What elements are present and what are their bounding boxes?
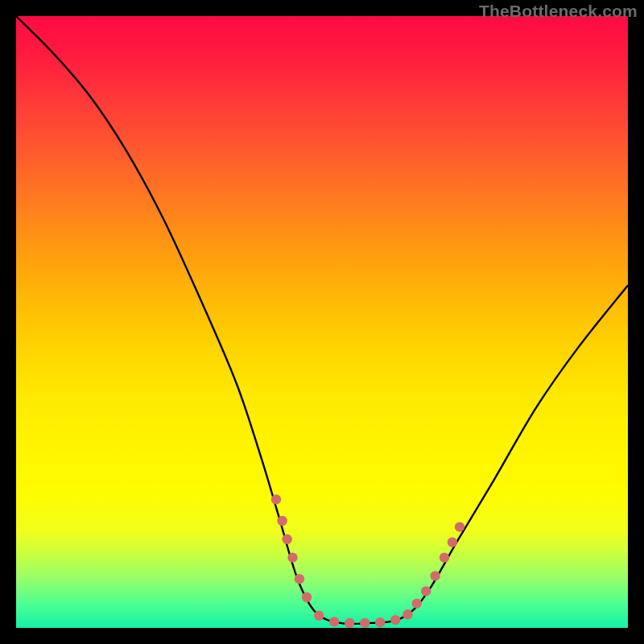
curve-marker xyxy=(402,609,412,619)
watermark-text: TheBottleneck.com xyxy=(479,2,638,21)
curve-marker xyxy=(345,618,354,628)
curve-marker xyxy=(375,617,385,627)
curve-marker xyxy=(455,522,464,531)
curve-marker xyxy=(302,592,312,602)
bottleneck-curve xyxy=(16,16,628,624)
curve-marker xyxy=(314,611,324,621)
curve-marker xyxy=(440,552,449,562)
curve-marker xyxy=(448,537,457,547)
curve-marker xyxy=(329,617,339,626)
curve-marker xyxy=(271,494,281,504)
plot-area xyxy=(16,16,628,628)
chart-frame: TheBottleneck.com xyxy=(0,0,644,644)
curve-marker xyxy=(277,516,287,526)
curve-marker xyxy=(295,574,304,584)
curve-marker xyxy=(390,615,400,625)
curve-marker xyxy=(287,552,297,562)
curve-marker xyxy=(430,571,440,580)
curve-marker xyxy=(282,535,291,544)
curve-marker xyxy=(360,618,369,628)
curve-marker xyxy=(412,598,422,608)
marker-group xyxy=(271,494,464,628)
curve-marker xyxy=(421,586,431,596)
curve-svg xyxy=(16,16,628,628)
